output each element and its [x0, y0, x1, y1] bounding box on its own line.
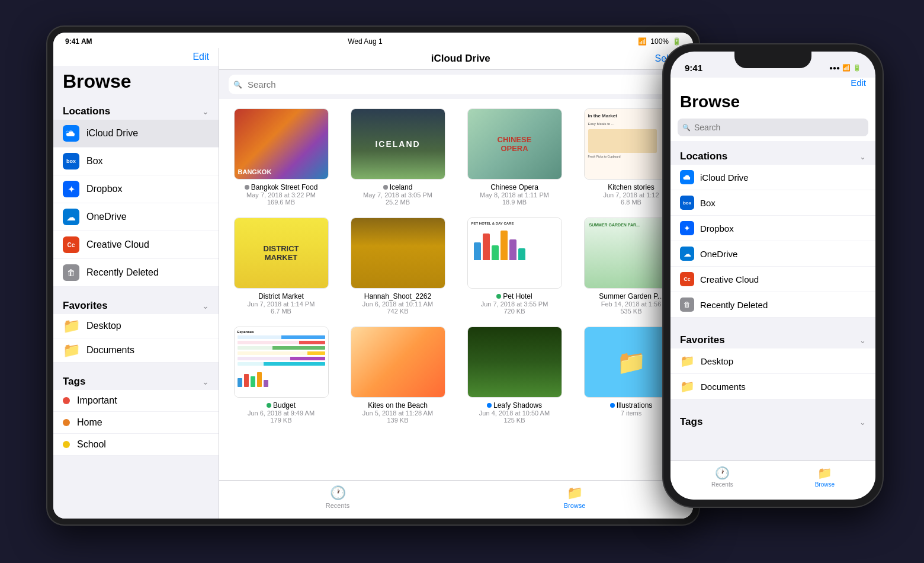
iphone-tab-browse[interactable]: 📁 Browse — [815, 466, 835, 488]
iphone-search-input[interactable] — [678, 119, 868, 136]
ipad-file-grid: Bangkok Street Food May 7, 2018 at 3:22 … — [219, 99, 693, 480]
file-item-district[interactable]: District Market Jun 7, 2018 at 1:14 PM6.… — [229, 217, 333, 315]
iphone-item-desktop[interactable]: 📁 Desktop — [670, 348, 875, 374]
ipad-locations-title: Locations — [63, 105, 110, 117]
status-dot-bangkok — [245, 185, 249, 190]
file-item-hannah[interactable]: Hannah_Shoot_2262 Jun 6, 2018 at 10:11 A… — [345, 217, 450, 315]
iphone-icloud-icon — [680, 170, 694, 184]
onedrive-icon: ☁ — [63, 209, 79, 225]
ipad-wifi-icon: 📶 — [638, 37, 647, 46]
ipad-locations-chevron[interactable]: ⌄ — [202, 107, 209, 116]
file-meta-bangkok: May 7, 2018 at 3:22 PM169.6 MB — [246, 191, 316, 206]
file-item-pet-hotel[interactable]: PET HOTEL & DAY CARE — [462, 217, 567, 315]
file-name-kites: Kites on the Beach — [368, 401, 428, 410]
iphone-browse-label: Browse — [815, 481, 835, 488]
file-name-bangkok: Bangkok Street Food — [245, 183, 318, 191]
file-item-iceland[interactable]: Iceland May 7, 2018 at 3:05 PM25.2 MB — [345, 108, 450, 206]
iphone-label-documents: Documents — [701, 382, 746, 392]
iphone-dropbox-icon: ✦ — [680, 221, 694, 235]
iphone-status-icons: ●●● 📶 🔋 — [829, 64, 861, 72]
ipad-tab-recents[interactable]: 🕐 Recents — [314, 485, 361, 509]
ipad-favorites-chevron[interactable]: ⌄ — [202, 301, 209, 311]
iphone-item-box[interactable]: box Box — [670, 190, 875, 216]
sidebar-item-recently-deleted[interactable]: 🗑 Recently Deleted — [53, 259, 219, 287]
iphone-notch — [734, 52, 811, 68]
sidebar-item-desktop[interactable]: 📁 Desktop — [53, 314, 219, 338]
iphone-tab-recents[interactable]: 🕐 Recents — [711, 466, 733, 488]
ipad-browse-title: Browse — [53, 66, 219, 102]
file-meta-summer-garden: Feb 14, 2018 at 1:56535 KB — [601, 300, 662, 315]
file-meta-chinese-opera: May 8, 2018 at 1:11 PM18.9 MB — [480, 191, 549, 206]
important-tag-dot — [63, 397, 70, 404]
iphone-item-onedrive[interactable]: ☁ OneDrive — [670, 241, 875, 267]
iphone-tab-bar: 🕐 Recents 📁 Browse — [670, 460, 875, 500]
iphone-item-icloud[interactable]: iCloud Drive — [670, 165, 875, 190]
iphone-item-dropbox[interactable]: ✦ Dropbox — [670, 216, 875, 241]
status-dot-budget — [267, 403, 271, 408]
iphone-favorites-title: Favorites — [680, 334, 725, 346]
file-name-leafy: Leafy Shadows — [487, 401, 542, 410]
file-thumb-leafy — [467, 327, 562, 398]
sidebar-item-creative-cloud[interactable]: Cc Creative Cloud — [53, 231, 219, 259]
ipad-body: Edit Browse Locations ⌄ — [53, 48, 693, 519]
iphone-header: Edit — [670, 78, 875, 90]
sidebar-item-box[interactable]: box Box — [53, 148, 219, 175]
iphone-label-desktop: Desktop — [701, 356, 733, 366]
ipad-search-input[interactable] — [229, 75, 684, 94]
file-thumb-kites — [351, 327, 445, 398]
iphone-label-cc: Creative Cloud — [700, 274, 759, 284]
file-name-hannah: Hannah_Shoot_2262 — [364, 292, 431, 300]
file-item-leafy[interactable]: Leafy Shadows Jun 4, 2018 at 10:50 AM125… — [462, 327, 567, 424]
ipad-tab-browse[interactable]: 📁 Browse — [551, 485, 598, 509]
ipad-favorites-header: Favorites ⌄ — [53, 296, 219, 314]
file-name-pet-hotel: Pet Hotel — [496, 292, 532, 300]
sidebar-item-icloud-drive[interactable]: iCloud Drive — [53, 120, 219, 148]
iphone-tags-header: Tags ⌄ — [670, 407, 875, 430]
iphone-time: 9:41 — [685, 63, 702, 73]
sidebar-tag-school[interactable]: School — [53, 434, 219, 456]
iphone-item-cc[interactable]: Cc Creative Cloud — [670, 267, 875, 292]
ipad-edit-button[interactable]: Edit — [192, 52, 209, 62]
file-thumb-iceland — [351, 108, 445, 180]
file-name-district: District Market — [258, 292, 304, 300]
iphone-locations-title: Locations — [680, 151, 727, 162]
sidebar-item-onedrive[interactable]: ☁ OneDrive — [53, 203, 219, 231]
iphone-screen: 9:41 ●●● 📶 🔋 Edit Browse — [670, 52, 875, 500]
sidebar-label-home: Home — [77, 417, 102, 428]
sidebar-item-dropbox[interactable]: ✦ Dropbox — [53, 175, 219, 203]
iphone-item-deleted[interactable]: 🗑 Recently Deleted — [670, 292, 875, 318]
file-meta-kites: Jun 5, 2018 at 11:28 AM139 KB — [362, 410, 433, 424]
iphone-label-onedrive: OneDrive — [700, 249, 737, 259]
iphone-desktop-folder-icon: 📁 — [680, 354, 695, 368]
iphone-tags-chevron[interactable]: ⌄ — [859, 418, 866, 427]
iphone-locations-header: Locations ⌄ — [670, 141, 875, 165]
file-meta-pet-hotel: Jun 7, 2018 at 3:55 PM720 KB — [481, 300, 548, 315]
ipad-status-icons: 📶 100% 🔋 — [638, 37, 681, 46]
file-meta-district: Jun 7, 2018 at 1:14 PM6.7 MB — [248, 300, 315, 315]
file-item-budget[interactable]: Expenses — [229, 327, 333, 424]
ipad-favorites-title: Favorites — [63, 300, 108, 312]
file-item-bangkok[interactable]: Bangkok Street Food May 7, 2018 at 3:22 … — [229, 108, 333, 206]
sidebar-tag-home[interactable]: Home — [53, 412, 219, 434]
trash-icon: 🗑 — [63, 264, 79, 281]
iphone-item-documents[interactable]: 📁 Documents — [670, 374, 875, 399]
file-item-kites[interactable]: Kites on the Beach Jun 5, 2018 at 11:28 … — [345, 327, 450, 424]
iphone-label-dropbox: Dropbox — [700, 223, 734, 233]
iphone-edit-button[interactable]: Edit — [851, 78, 866, 88]
sidebar-item-documents[interactable]: 📁 Documents — [53, 338, 219, 363]
ipad-tags-title: Tags — [63, 376, 85, 388]
sidebar-tag-important[interactable]: Important — [53, 390, 219, 412]
iphone-favorites-chevron[interactable]: ⌄ — [859, 336, 866, 345]
ipad-sidebar-header: Edit — [53, 48, 219, 66]
iphone-cc-icon: Cc — [680, 272, 694, 286]
sidebar-label-desktop: Desktop — [86, 321, 121, 331]
iphone-onedrive-icon: ☁ — [680, 247, 694, 261]
file-item-chinese-opera[interactable]: Chinese Opera May 8, 2018 at 1:11 PM18.9… — [462, 108, 567, 206]
sidebar-label-onedrive: OneDrive — [86, 212, 127, 222]
iphone-locations-chevron[interactable]: ⌄ — [859, 152, 866, 161]
ipad-tags-chevron[interactable]: ⌄ — [202, 377, 209, 386]
file-meta-hannah: Jun 6, 2018 at 10:11 AM742 KB — [362, 300, 433, 315]
recents-tab-label: Recents — [326, 502, 349, 509]
hannah-preview — [351, 218, 445, 288]
iphone-scroll-area[interactable]: Locations ⌄ iCloud Drive box Box — [670, 141, 875, 460]
